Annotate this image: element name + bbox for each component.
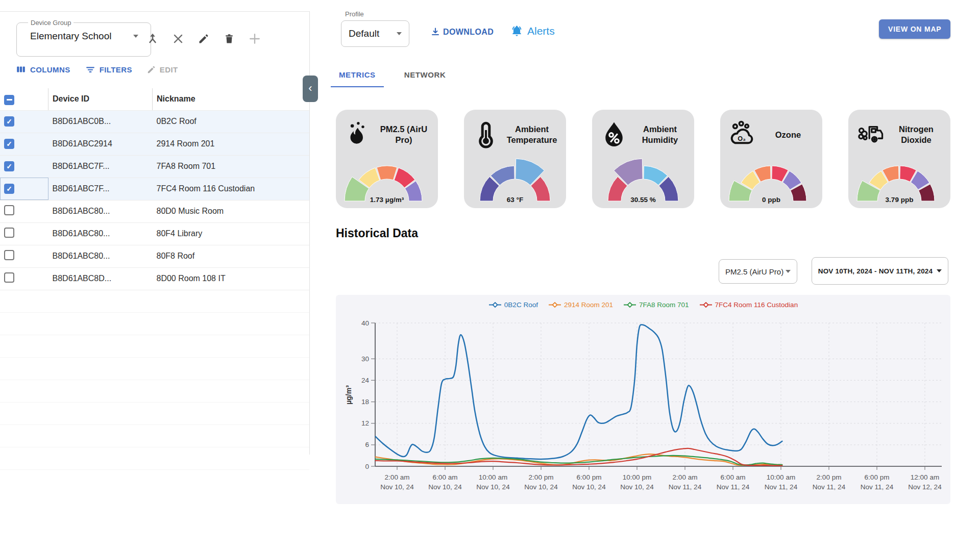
metric-card-title: Ambient Humidity <box>632 124 688 145</box>
nickname-cell: 0B2C Roof <box>153 110 310 133</box>
svg-text:µg/m³: µg/m³ <box>345 385 353 405</box>
table-row[interactable]: B8D61ABC0B...0B2C Roof <box>0 110 309 133</box>
line-chart[interactable]: 061218243040µg/m³2:00 amNov 10, 246:00 a… <box>336 295 950 504</box>
svg-text:Nov 10, 24: Nov 10, 24 <box>428 483 462 491</box>
date-range-value: NOV 10TH, 2024 - NOV 11TH, 2024 <box>818 267 933 275</box>
select-all-checkbox[interactable] <box>4 95 14 105</box>
device-id-cell: B8D61ABC2914 <box>48 133 153 155</box>
svg-text:2:00 pm: 2:00 pm <box>529 473 554 481</box>
metric-card-title: Ambient Temperature <box>504 124 560 145</box>
alerts-button[interactable]: Alerts <box>510 24 555 37</box>
svg-text:18: 18 <box>361 398 369 406</box>
row-checkbox[interactable] <box>4 116 14 127</box>
row-checkbox[interactable] <box>4 161 14 171</box>
metric-card-title: Ozone <box>760 130 816 140</box>
metric-card[interactable]: Ambient Humidity 30.55 % <box>592 110 694 208</box>
profile-select[interactable]: Default <box>341 20 409 47</box>
svg-text:Nov 11, 24: Nov 11, 24 <box>717 483 750 491</box>
svg-text:2:00 pm: 2:00 pm <box>817 473 842 481</box>
gauge-value: 30.55 % <box>630 196 656 204</box>
device-group-select[interactable]: Device Group Elementary School <box>16 19 151 57</box>
device-id-cell: B8D61ABC80... <box>48 245 153 267</box>
svg-text:Nov 10, 24: Nov 10, 24 <box>572 483 606 491</box>
table-row[interactable]: B8D61ABC80...80D0 Music Room <box>0 200 309 222</box>
edit-pencil-icon[interactable] <box>196 31 211 46</box>
svg-text:O₃: O₃ <box>738 135 746 142</box>
main-tabs: METRICS NETWORK <box>331 65 454 87</box>
nickname-cell: 7FC4 Room 116 Custodian <box>153 178 310 200</box>
row-checkbox[interactable] <box>4 272 14 283</box>
table-row[interactable]: B8D61ABC7F...7FA8 Room 701 <box>0 155 309 178</box>
gauge: 63 °F <box>471 155 559 204</box>
table-row[interactable]: B8D61ABC80...80F4 Library <box>0 222 309 245</box>
metric-card[interactable]: PM2.5 (AirU Pro) 1.73 µg/m³ <box>336 110 438 208</box>
svg-text:0: 0 <box>365 463 369 470</box>
row-checkbox[interactable] <box>4 250 14 260</box>
profile-value: Default <box>349 28 379 39</box>
nickname-cell: 8D00 Room 108 IT <box>153 267 310 290</box>
download-button[interactable]: DOWNLOAD <box>430 27 494 38</box>
date-range-dropdown[interactable]: NOV 10TH, 2024 - NOV 11TH, 2024 <box>812 257 948 285</box>
device-id-cell: B8D61ABC8D... <box>48 267 153 290</box>
row-checkbox[interactable] <box>4 139 14 149</box>
thermometer-icon <box>471 119 501 151</box>
table-row[interactable]: B8D61ABC7F...7FC4 Room 116 Custodian <box>0 178 309 200</box>
gauge: 1.73 µg/m³ <box>342 155 431 204</box>
tab-metrics[interactable]: METRICS <box>331 65 384 87</box>
svg-text:2:00 am: 2:00 am <box>385 473 410 481</box>
table-row[interactable]: B8D61ABC29142914 Room 201 <box>0 133 309 155</box>
clear-selection-icon[interactable] <box>170 31 186 46</box>
view-on-map-button[interactable]: VIEW ON MAP <box>879 19 950 39</box>
chevron-down-icon <box>786 270 791 273</box>
device-group-label: Device Group <box>28 19 74 27</box>
add-plus-icon[interactable] <box>247 31 262 46</box>
edit-button[interactable]: EDIT <box>146 65 178 74</box>
svg-text:Nov 10, 24: Nov 10, 24 <box>380 483 414 491</box>
svg-text:24: 24 <box>361 377 370 384</box>
svg-text:30: 30 <box>361 355 369 363</box>
truck-exhaust-icon <box>855 119 885 151</box>
column-header-nickname[interactable]: Nickname <box>153 88 310 110</box>
column-header-device-id[interactable]: Device ID <box>48 88 153 110</box>
gauge-value: 63 °F <box>507 196 523 204</box>
device-id-cell: B8D61ABC80... <box>48 200 153 222</box>
row-checkbox-cell <box>0 222 48 245</box>
columns-button[interactable]: COLUMNS <box>15 64 70 75</box>
svg-text:12: 12 <box>361 419 369 427</box>
nickname-cell: 2914 Room 201 <box>153 133 310 155</box>
device-id-cell: B8D61ABC80... <box>48 222 153 245</box>
device-list-panel: Device Group Elementary School <box>0 11 310 455</box>
gauge: 0 ppb <box>727 155 816 204</box>
chevron-left-icon: ‹ <box>308 83 312 94</box>
device-table: Device ID Nickname B8D61ABC0B...0B2C Roo… <box>0 88 309 470</box>
delete-trash-icon[interactable] <box>222 31 237 46</box>
svg-text:10:00 am: 10:00 am <box>479 473 507 481</box>
merge-icon[interactable] <box>145 31 160 46</box>
empty-table-row <box>0 447 309 469</box>
svg-text:40: 40 <box>361 319 369 327</box>
metric-dropdown[interactable]: PM2.5 (AirU Pro) <box>719 259 797 284</box>
svg-text:10:00 pm: 10:00 pm <box>623 473 651 481</box>
columns-label: COLUMNS <box>30 65 70 74</box>
chevron-down-icon <box>133 35 138 38</box>
download-icon <box>430 27 441 38</box>
filters-button[interactable]: FILTERS <box>85 64 132 75</box>
filter-icon <box>85 64 96 75</box>
metric-card[interactable]: Nitrogen Dioxide 3.79 ppb <box>848 110 950 208</box>
device-id-cell: B8D61ABC7F... <box>48 178 153 200</box>
series-line <box>376 324 782 459</box>
table-row[interactable]: B8D61ABC80...80F8 Roof <box>0 245 309 267</box>
svg-text:Nov 12, 24: Nov 12, 24 <box>908 483 942 491</box>
tab-network[interactable]: NETWORK <box>396 65 454 87</box>
row-checkbox[interactable] <box>4 184 14 194</box>
empty-table-row <box>0 402 309 424</box>
panel-collapse-button[interactable]: ‹ <box>303 76 318 102</box>
table-row[interactable]: B8D61ABC8D...8D00 Room 108 IT <box>0 267 309 290</box>
metric-card[interactable]: O₃Ozone 0 ppb <box>720 110 822 208</box>
row-checkbox[interactable] <box>4 205 14 215</box>
nickname-cell: 80D0 Music Room <box>153 200 310 222</box>
svg-text:6:00 pm: 6:00 pm <box>577 473 602 481</box>
profile-label: Profile <box>345 10 364 18</box>
metric-card[interactable]: Ambient Temperature 63 °F <box>464 110 566 208</box>
row-checkbox[interactable] <box>4 228 14 238</box>
